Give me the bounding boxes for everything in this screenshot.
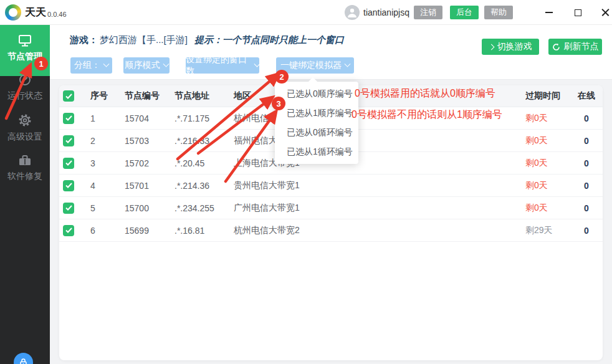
backend-button[interactable]: 后台 [450,6,479,19]
header-expire: 过期时间 [525,90,570,102]
username-label: tiantianipjsq [363,7,409,17]
cell-node-id: 15703 [125,136,175,146]
group-dropdown-label: 分组： [74,60,100,71]
cell-region: 贵州电信大带宽1 [234,180,525,191]
cell-node-id: 15702 [125,158,175,168]
cell-seq: 6 [90,226,125,236]
close-icon [601,9,610,17]
cell-node-addr: .*.71.175 [175,113,234,123]
title-bar: 天天 0.0.46 tiantianipjsq 注销 后台 帮助 [0,0,612,25]
cell-node-addr: .*.20.45 [175,158,234,168]
dropdown-item-seq-from-0[interactable]: 已选从0顺序编号 [275,84,358,103]
sidebar-item-label: 运行状态 [7,90,42,100]
tip-text: 提示：一个节点同时只能上一个窗口 [194,34,344,46]
cell-online: 0 [570,158,603,168]
logout-button[interactable]: 注销 [414,6,442,19]
cell-expire: 剩0天 [525,135,570,146]
check-icon [65,93,72,99]
cell-region: 杭州电信大带宽2 [234,225,525,236]
lock-button[interactable] [14,353,33,364]
cell-expire: 剩0天 [525,180,570,191]
app-version: 0.0.46 [47,11,67,18]
main-header: 游戏： 梦幻西游【手...[手游] 提示：一个节点同时只能上一个窗口 分组： 顺… [50,25,612,80]
bind-emulator-label: 一键绑定模拟器 [280,60,342,71]
row-checkbox[interactable] [63,113,74,124]
window-minimize-button[interactable] [537,0,561,25]
help-button[interactable]: 帮助 [484,6,513,19]
chevron-down-icon [163,60,169,67]
sidebar-item-label: 软件修复 [7,171,42,181]
step-badge-3: 3 [272,97,285,110]
cell-expire: 剩29天 [525,225,570,236]
select-all-checkbox[interactable] [63,90,74,102]
chevron-down-icon [103,60,110,67]
annotation-note-1: 0号模拟器用的话就从0顺序编号 [355,87,495,100]
cell-online: 0 [570,136,603,146]
window-count-dropdown-button[interactable]: 设置绑定的窗口数 [186,57,259,74]
cell-expire: 剩0天 [525,203,570,214]
bind-emulator-dropdown-button[interactable]: 一键绑定模拟器 [276,57,354,74]
cell-seq: 5 [90,203,125,213]
minimize-icon [545,12,553,13]
sidebar-item-run-status[interactable]: 运行状态 [0,74,50,102]
cell-node-id: 15701 [125,181,175,191]
toolbox-icon [18,154,32,166]
check-icon [65,160,72,166]
maximize-icon [575,9,581,16]
dropdown-item-seq-from-1[interactable]: 已选从1顺序编号 [275,103,358,123]
row-checkbox[interactable] [63,203,74,214]
gear-icon [18,113,32,127]
cell-node-addr: .*.214.36 [175,181,234,191]
cell-seq: 3 [90,158,125,168]
annotation-note-2: 0号模拟器不用的话则从1顺序编号 [351,108,502,122]
switch-game-button[interactable]: 切换游戏 [482,39,539,55]
group-dropdown-button[interactable]: 分组： [70,57,112,74]
cell-node-id: 15700 [125,203,175,213]
cell-online: 0 [570,203,603,213]
window-maximize-button[interactable] [566,0,590,25]
user-avatar-icon [345,5,360,20]
refresh-nodes-label: 刷新节点 [564,41,599,52]
cell-node-id: 15704 [125,113,175,123]
sidebar-item-advanced-settings[interactable]: 高级设置 [0,113,50,143]
game-label: 游戏： [70,34,98,46]
row-checkbox[interactable] [63,135,74,146]
cell-expire: 剩0天 [525,158,570,169]
cell-online: 0 [570,113,603,123]
cell-node-addr: .*.216.33 [175,136,234,146]
table-row[interactable]: 6 15699 .*.16.81 杭州电信大带宽2 剩29天 0 [59,219,603,242]
row-checkbox[interactable] [63,158,74,169]
chevron-down-icon [254,60,261,67]
order-mode-label: 顺序模式 [125,60,160,71]
refresh-icon [552,43,560,51]
row-checkbox[interactable] [63,180,74,191]
gauge-icon [19,74,31,86]
cell-online: 0 [570,181,603,191]
monitor-icon [18,34,32,47]
app-name: 天天 [25,5,46,19]
table-row[interactable]: 4 15701 .*.214.36 贵州电信大带宽1 剩0天 0 [59,175,603,197]
check-icon [65,228,72,233]
cell-region: 广州电信大带宽1 [234,203,525,214]
cell-node-id: 15699 [125,226,175,236]
cell-online: 0 [570,226,603,236]
row-checkbox[interactable] [63,225,74,236]
chevron-down-icon [345,60,351,67]
bind-emulator-dropdown-menu: 已选从0顺序编号 已选从1顺序编号 已选从0循环编号 已选从1循环编号 [275,82,358,164]
switch-game-label: 切换游戏 [497,41,532,52]
check-icon [65,115,72,121]
lock-icon [19,358,28,364]
order-mode-dropdown-button[interactable]: 顺序模式 [123,57,170,74]
dropdown-item-loop-from-0[interactable]: 已选从0循环编号 [275,123,358,142]
window-close-button[interactable] [593,0,612,25]
chevron-right-icon [488,44,494,50]
refresh-nodes-button[interactable]: 刷新节点 [548,39,602,55]
table-row[interactable]: 5 15700 .*.234.255 广州电信大带宽1 剩0天 0 [59,197,603,219]
dropdown-item-loop-from-1[interactable]: 已选从1循环编号 [275,142,358,161]
check-icon [65,183,72,188]
sidebar-item-label: 高级设置 [7,132,42,141]
sidebar-item-software-repair[interactable]: 软件修复 [0,154,50,182]
check-icon [65,205,72,211]
cell-node-addr: .*.16.81 [175,226,234,236]
game-name: 梦幻西游【手...[手游] [100,34,188,46]
